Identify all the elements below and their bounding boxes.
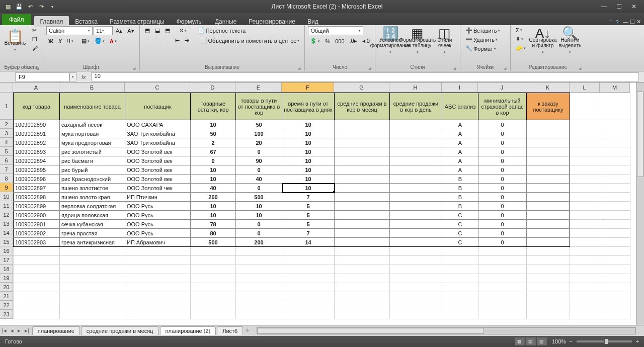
row-header-3[interactable]: 3 xyxy=(0,129,13,138)
cell-J8[interactable]: 0 xyxy=(478,175,527,184)
col-header-C[interactable]: C xyxy=(125,82,190,93)
row-header-15[interactable]: 15 xyxy=(0,237,13,246)
cell-M22[interactable] xyxy=(600,301,630,310)
cell-F17[interactable] xyxy=(282,256,335,265)
row-header-21[interactable]: 21 xyxy=(0,292,13,301)
cell-D13[interactable]: 78 xyxy=(191,220,236,229)
table-header-K[interactable]: к заказу поставщику xyxy=(527,93,570,120)
cell-A13[interactable]: 1009002901 xyxy=(14,220,60,229)
cell-I2[interactable]: A xyxy=(442,120,478,129)
cell-M7[interactable] xyxy=(600,165,630,175)
cell-D16[interactable] xyxy=(191,247,236,256)
col-header-A[interactable]: A xyxy=(13,82,59,93)
cell-C6[interactable]: ООО Золотой век xyxy=(125,156,191,165)
name-box[interactable]: F9 xyxy=(15,72,69,81)
cell-C2[interactable]: ООО САХАРА xyxy=(125,120,191,129)
cell-G8[interactable] xyxy=(335,175,390,184)
row-header-23[interactable]: 23 xyxy=(0,310,13,319)
redo-icon[interactable]: ↷ xyxy=(37,3,45,11)
cell-K17[interactable] xyxy=(527,256,570,265)
comma-button[interactable]: 000 xyxy=(333,37,346,45)
cell-D22[interactable] xyxy=(191,301,236,310)
cell-L7[interactable] xyxy=(570,165,600,175)
row-header-20[interactable]: 20 xyxy=(0,283,13,292)
cell-C11[interactable]: ООО Русь xyxy=(125,202,191,211)
cell-I20[interactable] xyxy=(442,283,478,292)
decrease-indent-button[interactable]: ⇤ xyxy=(173,36,182,45)
cell-G11[interactable] xyxy=(335,202,390,211)
cell-F21[interactable] xyxy=(282,292,335,301)
save-icon[interactable]: 💾 xyxy=(15,3,23,11)
sheet-tab-2[interactable]: планирование (2) xyxy=(160,326,216,335)
grow-font-button[interactable]: A▴ xyxy=(114,27,124,35)
qat-more-icon[interactable]: ▾ xyxy=(48,3,56,11)
cell-M14[interactable] xyxy=(600,229,630,238)
cell-I5[interactable]: A xyxy=(442,147,478,156)
cell-K6[interactable] xyxy=(527,156,570,165)
cell-L3[interactable] xyxy=(570,129,600,138)
cell-L2[interactable] xyxy=(570,120,600,129)
cell-M4[interactable] xyxy=(600,138,630,147)
cell-E3[interactable]: 100 xyxy=(236,129,282,138)
zoom-out-button[interactable]: − xyxy=(569,338,572,344)
cell-J2[interactable]: 0 xyxy=(478,120,527,129)
cell-I16[interactable] xyxy=(442,247,478,256)
close-button[interactable]: ✕ xyxy=(627,2,641,11)
cell-H6[interactable] xyxy=(390,156,442,165)
cell-I17[interactable] xyxy=(442,256,478,265)
cell-G16[interactable] xyxy=(335,247,390,256)
cell-E6[interactable]: 90 xyxy=(236,156,282,165)
normal-view-button[interactable]: ▦ xyxy=(515,337,525,345)
cell-A5[interactable]: 1009002893 xyxy=(14,147,60,156)
cell-C21[interactable] xyxy=(125,292,191,301)
cell-C20[interactable] xyxy=(125,283,191,292)
cell-L16[interactable] xyxy=(570,247,600,256)
cell-I4[interactable]: A xyxy=(442,138,478,147)
cell-K20[interactable] xyxy=(527,283,570,292)
cell-C23[interactable] xyxy=(125,310,191,319)
cell-K19[interactable] xyxy=(527,274,570,283)
shrink-font-button[interactable]: A▾ xyxy=(125,27,136,35)
cell-M12[interactable] xyxy=(600,211,630,220)
cell-E11[interactable]: 10 xyxy=(236,202,282,211)
cell-B5[interactable]: рис золотистый xyxy=(60,147,125,156)
cell-A12[interactable]: 1009002900 xyxy=(14,211,60,220)
cell-L22[interactable] xyxy=(570,301,600,310)
cell-F14[interactable]: 7 xyxy=(282,229,335,238)
help-icon[interactable]: ? xyxy=(616,19,619,25)
cell-J11[interactable]: 0 xyxy=(478,202,527,211)
align-bottom-button[interactable]: ⬒ xyxy=(163,26,172,35)
cell-B8[interactable]: рис Краснодонский xyxy=(60,175,125,184)
sheet-tab-1[interactable]: средние продажи в месяц xyxy=(81,326,159,335)
cell-B20[interactable] xyxy=(60,283,125,292)
cell-E8[interactable]: 40 xyxy=(236,175,282,184)
cell-C16[interactable] xyxy=(125,247,191,256)
hscroll-thumb[interactable] xyxy=(257,328,484,334)
cell-E22[interactable] xyxy=(236,301,282,310)
cell-M20[interactable] xyxy=(600,283,630,292)
cell-G22[interactable] xyxy=(335,301,390,310)
cell-B6[interactable]: рис басмати xyxy=(60,156,125,165)
zoom-in-button[interactable]: + xyxy=(636,338,639,344)
cell-F11[interactable]: 5 xyxy=(282,202,335,211)
cell-E23[interactable] xyxy=(236,310,282,319)
percent-button[interactable]: % xyxy=(323,37,332,45)
cell-B7[interactable]: рис бурый xyxy=(60,165,125,175)
cell-H15[interactable] xyxy=(390,238,442,247)
row-header-5[interactable]: 5 xyxy=(0,147,13,156)
cell-L18[interactable] xyxy=(570,265,600,274)
cell-H21[interactable] xyxy=(390,292,442,301)
cell-G14[interactable] xyxy=(335,229,390,238)
cell-H19[interactable] xyxy=(390,274,442,283)
cell-D15[interactable]: 500 xyxy=(191,238,236,247)
sheet-tab-0[interactable]: планирование xyxy=(32,326,80,335)
cell-L8[interactable] xyxy=(570,175,600,184)
vscroll-thumb[interactable] xyxy=(637,92,643,177)
cell-L13[interactable] xyxy=(570,220,600,229)
cell-G15[interactable] xyxy=(335,238,390,247)
cell-D12[interactable]: 10 xyxy=(191,211,236,220)
cell-A6[interactable]: 1009002894 xyxy=(14,156,60,165)
cell-H23[interactable] xyxy=(390,310,442,319)
spreadsheet-grid[interactable]: ABCDEFGHIJKLM 12345678910111213141516171… xyxy=(0,82,644,325)
cell-D2[interactable]: 10 xyxy=(191,120,236,129)
